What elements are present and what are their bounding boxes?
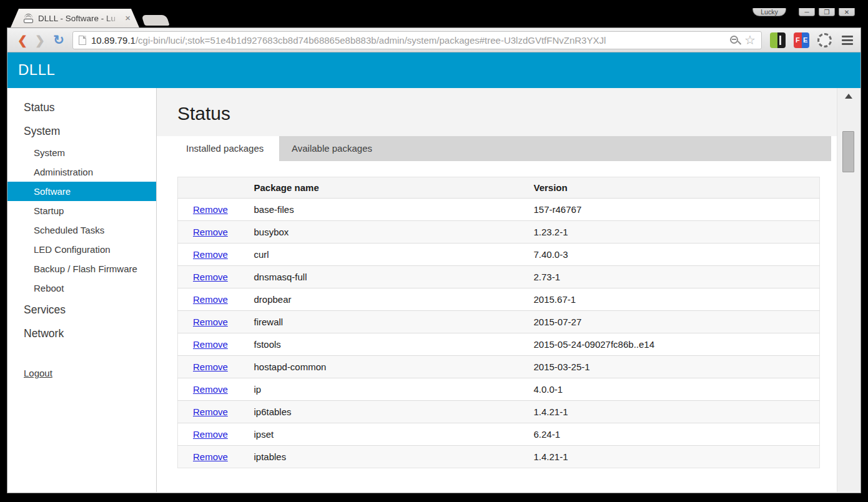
table-header-row: Package name Version bbox=[178, 177, 820, 199]
url-host: 10.89.79.1 bbox=[91, 35, 136, 46]
page-scrollbar[interactable] bbox=[837, 88, 861, 492]
logout-link[interactable]: Logout bbox=[24, 368, 52, 378]
browser-tab[interactable]: DLLL - Software - Lu × bbox=[11, 9, 139, 27]
page-icon bbox=[79, 36, 86, 45]
package-name-cell: ipset bbox=[248, 423, 528, 446]
table-row: Removebase-files157-r46767 bbox=[178, 199, 820, 221]
close-button[interactable]: ✕ bbox=[839, 8, 855, 16]
table-row: Removeipset6.24-1 bbox=[178, 423, 820, 446]
sidebar-item-system[interactable]: System bbox=[7, 143, 156, 162]
site-header: DLLL bbox=[7, 52, 861, 88]
shutter-extension-icon[interactable] bbox=[817, 33, 832, 47]
adb-extension-icon[interactable] bbox=[770, 32, 786, 48]
table-row: Removeiptables1.4.21-1 bbox=[178, 446, 820, 468]
packages-table-body: Removebase-files157-r46767Removebusybox1… bbox=[178, 199, 820, 468]
page-body: StatusSystemSystemAdministrationSoftware… bbox=[7, 88, 861, 492]
remove-link[interactable]: Remove bbox=[193, 362, 228, 372]
browser-titlebar: DLLL - Software - Lu × Lucky ─ ❐ ✕ bbox=[7, 8, 861, 27]
remove-link[interactable]: Remove bbox=[193, 317, 228, 327]
table-row: Removeip6tables1.4.21-1 bbox=[178, 401, 820, 423]
remove-link[interactable]: Remove bbox=[193, 227, 228, 237]
remove-link[interactable]: Remove bbox=[193, 294, 228, 305]
desktop: DLLL - Software - Lu × Lucky ─ ❐ ✕ ❮ ❯ ↻… bbox=[0, 0, 868, 502]
remove-link[interactable]: Remove bbox=[193, 451, 228, 462]
scrollbar-thumb[interactable] bbox=[842, 131, 854, 172]
table-row: Removeip4.0.0-1 bbox=[178, 378, 820, 401]
url-bar[interactable]: 10.89.79.1/cgi-bin/luci/;stok=51e4b1d927… bbox=[72, 31, 762, 49]
zoom-out-icon[interactable] bbox=[730, 36, 738, 44]
remove-link[interactable]: Remove bbox=[193, 204, 228, 215]
minimize-button[interactable]: ─ bbox=[799, 8, 815, 16]
browser-tab-title: DLLL - Software - Lu bbox=[38, 14, 124, 23]
package-version-cell: 6.24-1 bbox=[528, 423, 820, 446]
package-version-cell: 2015.67-1 bbox=[528, 288, 820, 311]
package-version-cell: 2015-07-27 bbox=[528, 311, 820, 333]
tab-available-packages[interactable]: Available packages bbox=[279, 136, 372, 161]
table-row: Removebusybox1.23.2-1 bbox=[178, 221, 820, 244]
tab-close-icon[interactable]: × bbox=[125, 14, 131, 22]
url-text[interactable]: 10.89.79.1/cgi-bin/luci/;stok=51e4b1d927… bbox=[91, 35, 726, 46]
package-version-cell: 2.73-1 bbox=[528, 266, 820, 288]
package-name-cell: curl bbox=[248, 244, 528, 266]
remove-link[interactable]: Remove bbox=[193, 249, 228, 260]
sidebar-nav: StatusSystemSystemAdministrationSoftware… bbox=[7, 88, 157, 492]
forward-button[interactable]: ❯ bbox=[31, 33, 49, 47]
package-version-cell: 2015-05-24-09027fc86b..e14 bbox=[528, 333, 820, 356]
table-row: Removefirewall2015-07-27 bbox=[178, 311, 820, 333]
tab-installed-packages[interactable]: Installed packages bbox=[177, 136, 279, 161]
package-name-column-header: Package name bbox=[248, 177, 528, 199]
browser-menu-icon[interactable] bbox=[842, 36, 853, 45]
router-favicon-icon bbox=[23, 14, 34, 23]
content-header: Status bbox=[157, 88, 837, 136]
sidebar-item-scheduled-tasks[interactable]: Scheduled Tasks bbox=[7, 220, 156, 240]
fe-extension-icon[interactable]: FE bbox=[794, 32, 809, 48]
package-version-cell: 7.40.0-3 bbox=[528, 244, 820, 266]
browser-window: ❮ ❯ ↻ 10.89.79.1/cgi-bin/luci/;stok=51e4… bbox=[7, 27, 861, 493]
bookmark-star-icon[interactable]: ☆ bbox=[744, 34, 756, 46]
sidebar-item-status[interactable]: Status bbox=[7, 96, 156, 119]
sidebar-item-services[interactable]: Services bbox=[7, 298, 156, 322]
table-row: Removednsmasq-full2.73-1 bbox=[178, 266, 820, 288]
brand-logo: DLLL bbox=[18, 61, 55, 78]
main-content: Status Installed packages Available pack… bbox=[157, 88, 837, 492]
package-name-cell: firewall bbox=[248, 311, 528, 333]
window-controls: Lucky ─ ❐ ✕ bbox=[752, 8, 855, 16]
new-tab-button[interactable] bbox=[141, 15, 170, 26]
package-name-cell: dnsmasq-full bbox=[248, 266, 528, 288]
version-column-header: Version bbox=[528, 177, 820, 199]
package-version-cell: 4.0.0-1 bbox=[528, 378, 820, 401]
package-name-cell: dropbear bbox=[248, 288, 528, 311]
package-name-cell: iptables bbox=[248, 446, 528, 468]
sidebar-item-network[interactable]: Network bbox=[7, 322, 156, 345]
profile-chip[interactable]: Lucky bbox=[752, 8, 786, 16]
reload-button[interactable]: ↻ bbox=[49, 32, 69, 47]
action-column-header bbox=[178, 177, 248, 199]
back-button[interactable]: ❮ bbox=[14, 33, 31, 47]
sidebar-item-administration[interactable]: Administration bbox=[7, 162, 156, 182]
sidebar-item-startup[interactable]: Startup bbox=[7, 201, 156, 220]
package-version-cell: 1.23.2-1 bbox=[528, 221, 820, 244]
sidebar-item-reboot[interactable]: Reboot bbox=[7, 278, 156, 298]
remove-link[interactable]: Remove bbox=[193, 339, 228, 350]
remove-link[interactable]: Remove bbox=[193, 384, 228, 395]
package-name-cell: fstools bbox=[248, 333, 528, 356]
package-version-cell: 157-r46767 bbox=[528, 199, 820, 221]
package-name-cell: ip6tables bbox=[248, 401, 528, 423]
page-title: Status bbox=[177, 103, 837, 124]
package-name-cell: hostapd-common bbox=[248, 356, 528, 378]
table-row: Removecurl7.40.0-3 bbox=[178, 244, 820, 266]
remove-link[interactable]: Remove bbox=[193, 406, 228, 417]
package-version-cell: 1.4.21-1 bbox=[528, 446, 820, 468]
maximize-button[interactable]: ❐ bbox=[819, 8, 835, 16]
remove-link[interactable]: Remove bbox=[193, 429, 228, 440]
package-name-cell: base-files bbox=[248, 199, 528, 221]
sidebar-item-backup-flash-firmware[interactable]: Backup / Flash Firmware bbox=[7, 259, 156, 278]
remove-link[interactable]: Remove bbox=[193, 272, 228, 282]
package-name-cell: busybox bbox=[248, 221, 528, 244]
sidebar-item-system[interactable]: System bbox=[7, 119, 156, 143]
table-row: Removehostapd-common2015-03-25-1 bbox=[178, 356, 820, 378]
package-version-cell: 1.4.21-1 bbox=[528, 401, 820, 423]
scroll-up-arrow-icon[interactable] bbox=[845, 94, 852, 99]
sidebar-item-led-configuration[interactable]: LED Configuration bbox=[7, 240, 156, 259]
sidebar-item-software[interactable]: Software bbox=[7, 182, 156, 201]
